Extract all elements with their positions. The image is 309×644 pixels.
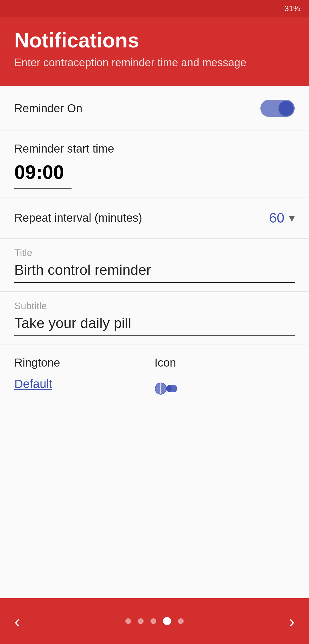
icon-label: Icon xyxy=(154,356,295,369)
nav-dot-5[interactable] xyxy=(178,618,184,624)
subtitle-field-value[interactable]: Take your daily pill xyxy=(14,315,295,336)
nav-dot-4-active[interactable] xyxy=(163,617,171,625)
pill-icon-container[interactable] xyxy=(154,377,295,400)
repeat-interval-label: Repeat interval (minutes) xyxy=(14,211,142,224)
back-arrow[interactable]: ‹ xyxy=(14,611,20,631)
reminder-on-label: Reminder On xyxy=(14,102,82,115)
header: Notifications Enter contraception remind… xyxy=(0,17,309,86)
chevron-down-icon: ▾ xyxy=(289,211,295,225)
pill-icon xyxy=(154,377,177,400)
repeat-interval-selector[interactable]: 60 ▾ xyxy=(269,210,295,226)
repeat-interval-row: Repeat interval (minutes) 60 ▾ xyxy=(0,197,309,239)
status-bar: 31% xyxy=(0,0,309,17)
nav-dot-1[interactable] xyxy=(125,618,131,624)
ringtone-label: Ringtone xyxy=(14,356,154,369)
nav-dot-3[interactable] xyxy=(150,618,156,624)
title-field-label: Title xyxy=(14,247,295,258)
ringtone-icon-row: Ringtone Default Icon xyxy=(14,356,295,400)
battery-indicator: 31% xyxy=(284,4,300,13)
start-time-label: Reminder start time xyxy=(14,142,295,155)
subtitle-field-label: Subtitle xyxy=(14,300,295,311)
title-field-value[interactable]: Birth control reminder xyxy=(14,262,295,283)
start-time-section: Reminder start time 09:00 xyxy=(0,131,309,197)
ringtone-link[interactable]: Default xyxy=(14,377,154,391)
icon-column: Icon xyxy=(154,356,295,400)
reminder-on-row: Reminder On xyxy=(0,86,309,131)
title-section: Title Birth control reminder xyxy=(0,239,309,292)
page-subtitle: Enter contraception reminder time and me… xyxy=(14,57,295,69)
bottom-navigation: ‹ › xyxy=(0,598,309,644)
main-content: Reminder On Reminder start time 09:00 Re… xyxy=(0,86,309,598)
ringtone-icon-section: Ringtone Default Icon xyxy=(0,345,309,411)
subtitle-section: Subtitle Take your daily pill xyxy=(0,292,309,345)
page-dots xyxy=(125,617,184,625)
repeat-interval-value: 60 xyxy=(269,210,284,226)
nav-dot-2[interactable] xyxy=(138,618,144,624)
toggle-thumb xyxy=(279,101,294,116)
forward-arrow[interactable]: › xyxy=(289,611,295,631)
page-title: Notifications xyxy=(14,29,295,52)
toggle-track xyxy=(260,100,295,117)
reminder-on-toggle[interactable] xyxy=(260,100,295,117)
ringtone-column: Ringtone Default xyxy=(14,356,154,391)
start-time-value[interactable]: 09:00 xyxy=(14,161,72,189)
